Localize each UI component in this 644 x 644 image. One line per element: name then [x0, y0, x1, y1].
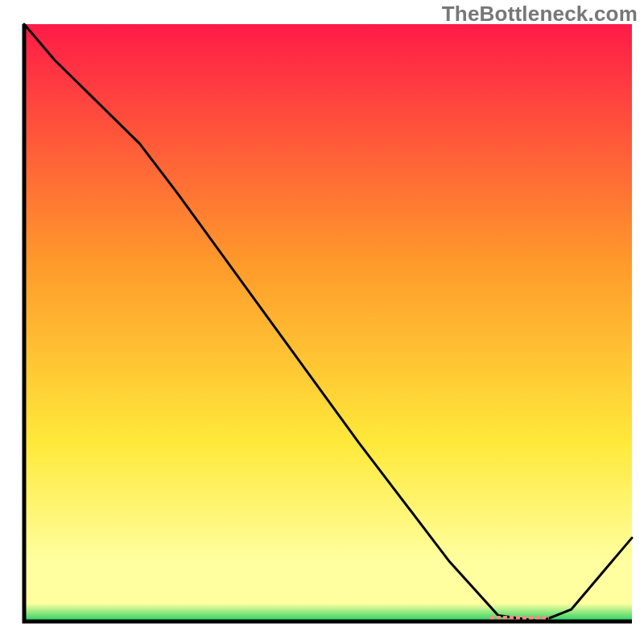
chart-stage: TheBottleneck.com: [0, 0, 644, 644]
plot-background: [24, 24, 632, 621]
bottleneck-chart: [0, 0, 644, 644]
